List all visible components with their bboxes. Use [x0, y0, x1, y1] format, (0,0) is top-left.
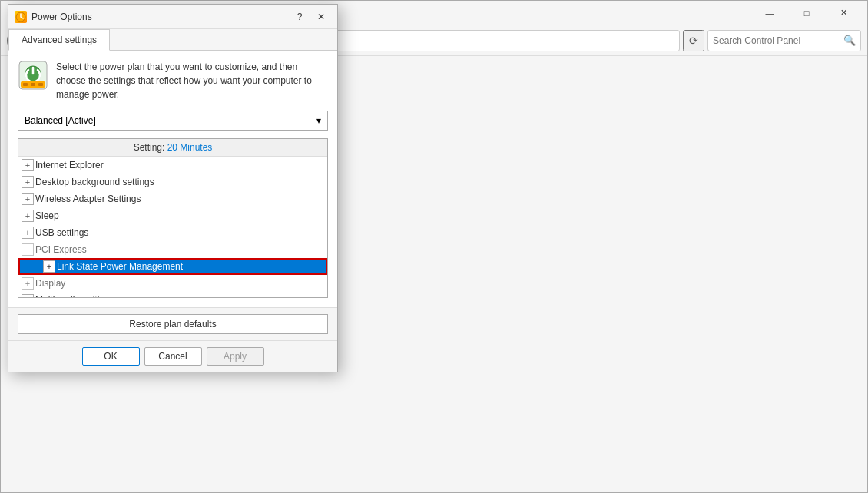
tree-item-sleep[interactable]: + Sleep [18, 207, 327, 224]
close-button[interactable]: ✕ [826, 1, 861, 25]
cancel-dialog-button[interactable]: Cancel [144, 347, 202, 366]
tree-item-multimedia[interactable]: + Multimedia settings [18, 292, 327, 298]
apply-button[interactable]: Apply [207, 347, 264, 366]
item-label: Wireless Adapter Settings [35, 194, 324, 204]
svg-rect-5 [31, 83, 35, 86]
dialog-title-text: Power Options [31, 12, 92, 22]
item-label: Link State Power Management [57, 261, 324, 272]
item-label: Desktop background settings [35, 177, 324, 187]
expand-icon: + [43, 260, 55, 273]
svg-rect-6 [38, 83, 43, 86]
tree-item-internet-explorer[interactable]: + Internet Explorer [18, 157, 327, 174]
plan-dropdown-arrow: ▾ [316, 115, 321, 126]
ok-button[interactable]: OK [82, 347, 140, 366]
item-label: Multimedia settings [35, 295, 324, 298]
minimize-button[interactable]: — [752, 1, 787, 25]
power-options-dialog: Power Options ? ✕ Advanced settings [8, 4, 338, 372]
tree-item-usb[interactable]: + USB settings [18, 224, 327, 241]
power-options-icon [15, 11, 27, 23]
expand-icon: − [22, 243, 34, 256]
tree-header: Setting: 20 Minutes [18, 139, 327, 157]
power-icon-large [18, 60, 48, 91]
item-label: PCI Express [35, 244, 324, 255]
expand-icon: + [22, 227, 34, 239]
dialog-close-button[interactable]: ✕ [311, 7, 331, 27]
expand-icon: + [22, 193, 34, 205]
item-label: Internet Explorer [35, 160, 324, 170]
item-label: Sleep [35, 210, 324, 221]
item-label: USB settings [35, 227, 324, 238]
tree-item-desktop-background[interactable]: + Desktop background settings [18, 174, 327, 190]
expand-icon: + [22, 176, 34, 188]
dialog-title-buttons: ? ✕ [290, 7, 331, 27]
search-box[interactable]: 🔍 [707, 30, 861, 51]
tree-item-link-state[interactable]: + Link State Power Management [18, 258, 327, 275]
setting-value: 20 Minutes [167, 142, 213, 153]
restore-defaults-button[interactable]: Restore plan defaults [18, 314, 328, 334]
tree-item-pci[interactable]: − PCI Express [18, 241, 327, 258]
dialog-header: Select the power plan that you want to c… [18, 60, 328, 101]
expand-icon: + [22, 294, 34, 298]
search-icon: 🔍 [843, 35, 856, 46]
svg-rect-4 [23, 83, 28, 86]
tree-item-display[interactable]: + Display [18, 275, 327, 292]
setting-label: Setting: [134, 142, 165, 153]
dialog-title-left: Power Options [15, 11, 92, 23]
settings-tree[interactable]: Setting: 20 Minutes + Internet Explorer … [18, 138, 328, 298]
tree-item-wireless[interactable]: + Wireless Adapter Settings [18, 190, 327, 207]
dialog-actions: OK Cancel Apply [8, 340, 337, 372]
expand-icon: + [22, 159, 34, 171]
titlebar-controls: — □ ✕ [752, 1, 861, 25]
dialog-footer: Restore plan defaults [8, 307, 337, 340]
advanced-settings-tab[interactable]: Advanced settings [8, 29, 110, 51]
expand-icon: + [22, 210, 34, 222]
item-label: Display [35, 278, 324, 289]
dialog-header-text: Select the power plan that you want to c… [56, 60, 328, 101]
help-button[interactable]: ? [290, 7, 310, 27]
expand-icon: + [22, 277, 34, 290]
refresh-button[interactable]: ⟳ [683, 30, 704, 51]
dialog-tabs: Advanced settings [8, 29, 337, 51]
plan-selector[interactable]: Balanced [Active] ▾ [18, 111, 328, 131]
maximize-button[interactable]: □ [789, 1, 824, 25]
search-input[interactable] [713, 35, 840, 46]
dialog-titlebar: Power Options ? ✕ [8, 5, 337, 29]
dialog-content: Select the power plan that you want to c… [8, 51, 337, 307]
plan-label: Balanced [Active] [25, 115, 96, 126]
